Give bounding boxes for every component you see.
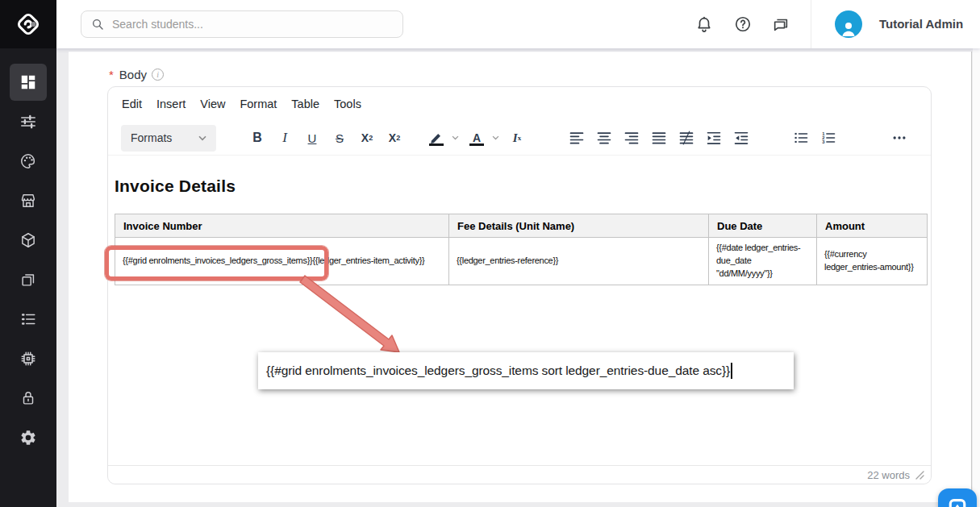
subscript-button[interactable]: X2	[355, 126, 379, 150]
editor-toolbar: Formats B I U S X2 X2 A	[108, 121, 931, 156]
sidebar-item-store[interactable]	[0, 181, 56, 220]
rich-text-editor: Edit Insert View Format Table Tools Form…	[107, 86, 932, 484]
text-color-swatch	[469, 143, 484, 146]
help-icon	[734, 15, 752, 33]
col-amount[interactable]: Amount	[817, 214, 928, 238]
table-header-row: Invoice Number Fee Details (Unit Name) D…	[115, 214, 928, 238]
align-none-icon	[678, 130, 694, 146]
sidebar-item-integrations[interactable]	[0, 339, 56, 378]
align-right-button[interactable]	[619, 126, 644, 150]
cell-due-date[interactable]: {{#date ledger_entries-due_date "dd/MM/y…	[709, 238, 817, 285]
student-search[interactable]	[81, 10, 403, 38]
sidebar-items	[0, 62, 56, 457]
col-invoice-number[interactable]: Invoice Number	[115, 214, 449, 238]
italic-button[interactable]: I	[273, 126, 297, 150]
gear-icon	[19, 429, 37, 447]
sidebar	[0, 0, 56, 507]
sidebar-item-pages[interactable]	[0, 260, 56, 299]
sidebar-item-design[interactable]	[0, 141, 56, 181]
body-label-text: Body	[119, 68, 147, 81]
svg-text:3: 3	[822, 139, 825, 144]
sidebar-item-products[interactable]	[0, 220, 56, 260]
sliders-tune-icon	[19, 113, 37, 131]
formats-dropdown[interactable]: Formats	[121, 125, 216, 152]
cell-amount[interactable]: {{#currency ledger_entries-amount}}	[817, 238, 928, 285]
topbar: Tutorial Admin	[56, 0, 980, 48]
content-heading: Invoice Details	[115, 177, 931, 196]
text-color-chevron[interactable]	[489, 126, 502, 150]
sidebar-item-security[interactable]	[0, 378, 56, 418]
numbered-list-button[interactable]: 123	[816, 126, 840, 150]
sidebar-item-settings[interactable]	[0, 418, 56, 457]
text-cursor	[731, 363, 732, 379]
more-dots-icon	[891, 130, 907, 146]
editor-resize-handle[interactable]	[915, 471, 924, 480]
sidebar-item-lists[interactable]	[0, 299, 56, 339]
copy-pages-icon	[19, 271, 37, 289]
help-button[interactable]	[732, 14, 753, 35]
search-input[interactable]	[112, 18, 402, 31]
superscript-button[interactable]: X2	[382, 126, 407, 150]
app-logo-swirl-icon	[15, 10, 42, 38]
menu-edit[interactable]: Edit	[115, 93, 149, 115]
superscript-small: 2	[396, 134, 400, 142]
user-avatar[interactable]	[835, 10, 862, 38]
person-icon	[839, 19, 858, 38]
clear-formatting-button[interactable]: Ix	[505, 126, 529, 150]
resize-grip-icon	[915, 471, 924, 480]
chat-launcher-button[interactable]	[938, 488, 977, 507]
align-justify-button[interactable]	[647, 126, 671, 150]
formats-label: Formats	[131, 131, 172, 144]
col-due-date[interactable]: Due Date	[709, 214, 817, 238]
menu-tools[interactable]: Tools	[327, 93, 369, 115]
search-icon	[91, 18, 104, 31]
chevron-down-icon	[198, 135, 206, 141]
chat-bubble-icon	[945, 496, 970, 507]
text-color-button[interactable]: A	[465, 126, 489, 150]
bullet-list-button[interactable]	[789, 126, 813, 150]
chat-icon	[772, 15, 790, 33]
indent-button[interactable]	[702, 126, 726, 150]
numbered-list-icon: 123	[820, 130, 836, 146]
scrollbar-track[interactable]	[973, 48, 980, 507]
editor-content[interactable]: Invoice Details Invoice Number Fee Detai…	[108, 156, 931, 465]
align-left-button[interactable]	[565, 126, 589, 150]
highlight-color-chevron[interactable]	[448, 126, 461, 150]
menu-table[interactable]: Table	[284, 93, 327, 115]
more-toolbar-button[interactable]	[887, 126, 911, 150]
info-icon[interactable]: i	[152, 69, 164, 81]
dashboard-grid-icon	[19, 73, 37, 91]
underline-button[interactable]: U	[300, 126, 324, 150]
align-right-icon	[623, 130, 640, 146]
align-center-button[interactable]	[592, 126, 616, 150]
strikethrough-button[interactable]: S	[327, 126, 352, 150]
app-logo[interactable]	[0, 0, 56, 48]
align-none-button[interactable]	[674, 126, 699, 150]
notifications-button[interactable]	[694, 14, 715, 35]
storefront-icon	[19, 192, 37, 210]
clear-format-small: x	[518, 134, 522, 142]
col-fee-details[interactable]: Fee Details (Unit Name)	[449, 214, 709, 238]
sidebar-item-dashboard[interactable]	[0, 62, 56, 102]
bullet-list-icon	[793, 130, 809, 146]
sidebar-item-sliders[interactable]	[0, 102, 56, 141]
required-marker: *	[109, 68, 114, 81]
messages-button[interactable]	[770, 14, 791, 35]
align-justify-icon	[651, 130, 667, 146]
annotation-callout: {{#grid enrolments_invoices_ledgers_gros…	[258, 352, 794, 389]
palette-icon	[19, 152, 37, 170]
outdent-button[interactable]	[729, 126, 753, 150]
cell-fee-details[interactable]: {{ledger_entries-reference}}	[449, 238, 709, 285]
editor-menubar: Edit Insert View Format Table Tools	[108, 87, 931, 121]
menu-insert[interactable]: Insert	[149, 93, 193, 115]
bold-button[interactable]: B	[245, 126, 269, 150]
bulleted-list-icon	[19, 310, 37, 328]
outdent-icon	[733, 130, 749, 146]
menu-format[interactable]: Format	[232, 93, 284, 115]
superscript-base: X	[389, 131, 396, 144]
align-left-icon	[569, 130, 585, 146]
menu-view[interactable]: View	[193, 93, 232, 115]
cube-3d-icon	[19, 231, 37, 249]
highlight-color-button[interactable]	[424, 126, 448, 150]
user-name[interactable]: Tutorial Admin	[879, 17, 963, 31]
